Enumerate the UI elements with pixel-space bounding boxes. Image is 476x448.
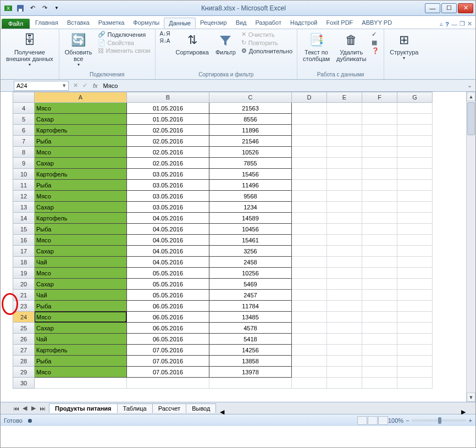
cell-E26[interactable]	[327, 334, 362, 345]
cell-A18[interactable]: Чай	[35, 257, 127, 268]
cell-F8[interactable]	[362, 147, 397, 158]
get-external-data-button[interactable]: 🗄 Получение внешних данных ▾	[4, 30, 56, 68]
undo-icon[interactable]: ↶	[27, 3, 38, 14]
cell-A7[interactable]: Рыба	[35, 136, 127, 147]
ribbon-tab-3[interactable]: Формулы	[129, 18, 164, 29]
cell-A30[interactable]	[35, 378, 127, 389]
cell-E12[interactable]	[327, 191, 362, 202]
help-icon[interactable]: ?	[445, 21, 449, 27]
cell-G24[interactable]	[397, 312, 433, 323]
cell-G29[interactable]	[397, 367, 433, 378]
cell-C4[interactable]: 21563	[209, 103, 292, 114]
cell-E28[interactable]	[327, 356, 362, 367]
cell-D5[interactable]	[292, 114, 327, 125]
cell-B17[interactable]: 04.05.2016	[127, 246, 209, 257]
cell-F7[interactable]	[362, 136, 397, 147]
cell-C18[interactable]: 2458	[209, 257, 292, 268]
cell-C10[interactable]: 15456	[209, 169, 292, 180]
row-header[interactable]: 13	[13, 202, 35, 213]
normal-view-button[interactable]	[357, 416, 367, 425]
row-header[interactable]: 30	[13, 378, 35, 389]
cell-B30[interactable]	[127, 378, 209, 389]
cell-B24[interactable]: 06.05.2016	[127, 312, 209, 323]
cell-D19[interactable]	[292, 268, 327, 279]
clear-filter-button[interactable]: ✕Очистить	[240, 30, 294, 38]
window-restore-icon[interactable]: ❐	[460, 20, 465, 27]
cell-D25[interactable]	[292, 323, 327, 334]
column-header-C[interactable]: C	[209, 92, 292, 103]
cell-E13[interactable]	[327, 202, 362, 213]
row-header[interactable]: 25	[13, 323, 35, 334]
cell-D12[interactable]	[292, 191, 327, 202]
cell-E6[interactable]	[327, 125, 362, 136]
cell-B7[interactable]: 02.05.2016	[127, 136, 209, 147]
cell-B9[interactable]: 02.05.2016	[127, 158, 209, 169]
cell-A25[interactable]: Сахар	[35, 323, 127, 334]
cell-A26[interactable]: Чай	[35, 334, 127, 345]
cell-A23[interactable]: Рыба	[35, 301, 127, 312]
cell-F21[interactable]	[362, 290, 397, 301]
row-header[interactable]: 19	[13, 268, 35, 279]
sheet-tab-3[interactable]: Вывод	[186, 403, 216, 413]
cell-G15[interactable]	[397, 224, 433, 235]
cell-G9[interactable]	[397, 158, 433, 169]
redo-icon[interactable]: ↷	[39, 3, 50, 14]
row-header[interactable]: 6	[13, 125, 35, 136]
cell-F14[interactable]	[362, 213, 397, 224]
ribbon-tab-1[interactable]: Вставка	[63, 18, 94, 29]
cell-B4[interactable]: 01.05.2016	[127, 103, 209, 114]
cell-C30[interactable]	[209, 378, 292, 389]
scroll-up-icon[interactable]: ▲	[467, 92, 475, 101]
sort-za-button[interactable]: Я↓А	[159, 37, 171, 45]
cell-G4[interactable]	[397, 103, 433, 114]
row-header[interactable]: 24	[13, 312, 35, 323]
row-header[interactable]: 10	[13, 169, 35, 180]
file-tab[interactable]: Файл	[2, 19, 30, 29]
cell-E20[interactable]	[327, 279, 362, 290]
cell-E4[interactable]	[327, 103, 362, 114]
structure-button[interactable]: ⊞ Структура ▾	[388, 30, 420, 62]
cell-C24[interactable]: 13485	[209, 312, 292, 323]
cell-F29[interactable]	[362, 367, 397, 378]
cell-D23[interactable]	[292, 301, 327, 312]
cell-F20[interactable]	[362, 279, 397, 290]
row-header[interactable]: 12	[13, 191, 35, 202]
row-header[interactable]: 9	[13, 158, 35, 169]
cell-E21[interactable]	[327, 290, 362, 301]
properties-button[interactable]: 📄Свойства	[97, 38, 152, 47]
cell-F24[interactable]	[362, 312, 397, 323]
cell-E15[interactable]	[327, 224, 362, 235]
row-header[interactable]: 14	[13, 213, 35, 224]
sheet-nav-next-icon[interactable]: ▶	[29, 404, 38, 413]
cell-G20[interactable]	[397, 279, 433, 290]
cell-A10[interactable]: Картофель	[35, 169, 127, 180]
cell-D14[interactable]	[292, 213, 327, 224]
cell-C9[interactable]: 7855	[209, 158, 292, 169]
cell-A27[interactable]: Картофель	[35, 345, 127, 356]
sheet-tab-2[interactable]: Рассчет	[152, 403, 187, 413]
cell-G14[interactable]	[397, 213, 433, 224]
row-header[interactable]: 29	[13, 367, 35, 378]
cell-B19[interactable]: 05.05.2016	[127, 268, 209, 279]
cell-C27[interactable]: 14256	[209, 345, 292, 356]
cell-F27[interactable]	[362, 345, 397, 356]
column-header-F[interactable]: F	[362, 92, 397, 103]
cell-B14[interactable]: 04.05.2016	[127, 213, 209, 224]
excel-icon[interactable]: X	[3, 3, 14, 14]
cell-F17[interactable]	[362, 246, 397, 257]
cell-C13[interactable]: 1234	[209, 202, 292, 213]
row-header[interactable]: 5	[13, 114, 35, 125]
cell-A15[interactable]: Рыба	[35, 224, 127, 235]
sheet-nav-last-icon[interactable]: ⏭	[38, 404, 47, 413]
maximize-button[interactable]: ☐	[441, 3, 457, 13]
cell-B6[interactable]: 02.05.2016	[127, 125, 209, 136]
row-header[interactable]: 28	[13, 356, 35, 367]
text-to-columns-button[interactable]: 📑 Текст по столбцам	[301, 30, 332, 63]
cell-B20[interactable]: 05.05.2016	[127, 279, 209, 290]
cell-D20[interactable]	[292, 279, 327, 290]
minimize-button[interactable]: —	[425, 3, 440, 13]
cell-C28[interactable]: 13858	[209, 356, 292, 367]
cell-A9[interactable]: Сахар	[35, 158, 127, 169]
cell-F5[interactable]	[362, 114, 397, 125]
filter-button[interactable]: Фильтр	[213, 30, 238, 57]
